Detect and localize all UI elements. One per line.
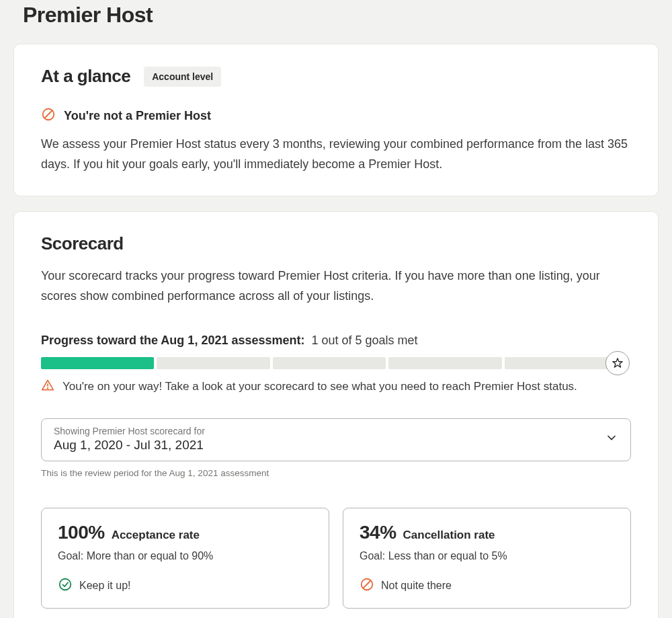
at-a-glance-card: At a glance Account level You're not a P…: [13, 44, 659, 196]
acceptance-label: Acceptance rate: [112, 529, 200, 542]
period-selector-label: Showing Premier Host scorecard for: [54, 426, 205, 436]
progress-message-row: You're on your way! Take a look at your …: [41, 379, 631, 395]
period-selector-value: Aug 1, 2020 - Jul 31, 2021: [54, 438, 205, 453]
progress-bar-wrap: [41, 357, 618, 369]
progress-bar: [41, 357, 618, 369]
chevron-down-icon: [605, 431, 618, 447]
star-goal-icon: [605, 351, 630, 375]
warning-icon: [41, 379, 54, 395]
blocked-circle-icon: [360, 577, 374, 594]
not-premier-icon: [41, 107, 56, 125]
acceptance-goal: Goal: More than or equal to 90%: [58, 550, 312, 562]
cancellation-value: 34%: [360, 522, 396, 543]
period-helper-text: This is the review period for the Aug 1,…: [41, 468, 631, 478]
at-a-glance-description: We assess your Premier Host status every…: [41, 134, 631, 174]
premier-host-status-text: You're not a Premier Host: [64, 109, 211, 123]
svg-line-8: [364, 580, 371, 588]
scorecard-card: Scorecard Your scorecard tracks your pro…: [13, 211, 659, 618]
svg-point-6: [60, 579, 71, 590]
account-level-badge: Account level: [144, 67, 221, 87]
progress-segment: [41, 357, 154, 369]
metric-card-cancellation: 34% Cancellation rate Goal: Less than or…: [343, 508, 631, 609]
progress-label-value: 1 out of 5 goals met: [312, 334, 418, 347]
cancellation-status-row: Not quite there: [360, 577, 614, 594]
svg-point-5: [48, 388, 48, 389]
at-a-glance-heading: At a glance: [41, 66, 130, 87]
svg-marker-2: [613, 358, 622, 367]
premier-host-status-row: You're not a Premier Host: [41, 107, 631, 125]
progress-segment: [157, 357, 269, 369]
progress-segment: [388, 357, 501, 369]
cancellation-status-text: Not quite there: [381, 580, 452, 592]
at-a-glance-header: At a glance Account level: [41, 66, 631, 87]
cancellation-goal: Goal: Less than or equal to 5%: [360, 550, 614, 562]
progress-message-text: You're on your way! Take a look at your …: [62, 380, 577, 393]
acceptance-value: 100%: [58, 522, 105, 543]
cancellation-label: Cancellation rate: [403, 529, 495, 542]
progress-label-bold: Progress toward the Aug 1, 2021 assessme…: [41, 334, 304, 347]
scorecard-description: Your scorecard tracks your progress towa…: [41, 266, 631, 306]
metric-card-acceptance: 100% Acceptance rate Goal: More than or …: [41, 508, 329, 609]
metrics-row: 100% Acceptance rate Goal: More than or …: [41, 508, 631, 609]
acceptance-status-text: Keep it up!: [79, 580, 131, 592]
progress-segment: [273, 357, 386, 369]
progress-label: Progress toward the Aug 1, 2021 assessme…: [41, 334, 631, 348]
acceptance-status-row: Keep it up!: [58, 577, 312, 594]
period-selector[interactable]: Showing Premier Host scorecard for Aug 1…: [41, 418, 631, 461]
check-circle-icon: [58, 577, 73, 594]
scorecard-heading: Scorecard: [41, 233, 631, 254]
page-title: Premier Host: [23, 3, 659, 28]
progress-segment: [505, 357, 618, 369]
svg-line-1: [45, 111, 52, 118]
